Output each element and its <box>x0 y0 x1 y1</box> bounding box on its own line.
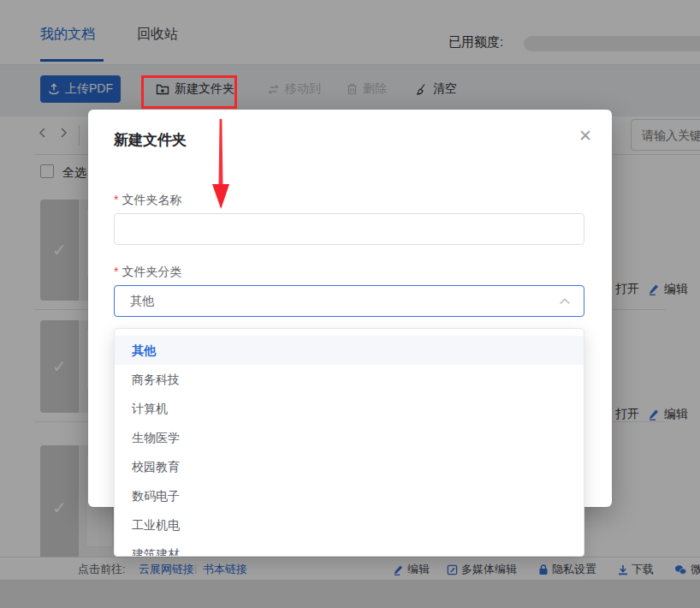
option-other[interactable]: 其他 <box>115 336 584 365</box>
option-industrial-machinery[interactable]: 工业机电 <box>115 510 584 539</box>
category-option-list: 其他 商务科技 计算机 生物医学 校园教育 数码电子 工业机电 建筑建材 <box>115 329 584 557</box>
option-computer[interactable]: 计算机 <box>115 394 584 423</box>
chevron-up-icon <box>559 298 571 305</box>
option-biomedical[interactable]: 生物医学 <box>115 423 584 452</box>
category-dropdown-panel: 其他 商务科技 计算机 生物医学 校园教育 数码电子 工业机电 建筑建材 <box>114 328 584 557</box>
close-icon[interactable]: ✕ <box>576 127 595 146</box>
category-selected-value: 其他 <box>130 294 154 309</box>
option-campus-education[interactable]: 校园教育 <box>115 452 584 481</box>
annotation-arrow-icon <box>208 119 235 213</box>
option-business-tech[interactable]: 商务科技 <box>115 365 584 394</box>
option-construction-materials[interactable]: 建筑建材 <box>115 539 584 557</box>
folder-category-select[interactable]: 其他 <box>114 285 584 317</box>
option-digital-electronics[interactable]: 数码电子 <box>115 481 584 510</box>
folder-name-label: *文件夹名称 <box>114 193 181 208</box>
dialog-title: 新建文件夹 <box>114 130 187 150</box>
folder-name-input[interactable] <box>114 213 584 245</box>
app-viewport: 我的文档 回收站 已用额度: 上传PDF 新建文件夹 <box>0 0 700 608</box>
folder-category-label: *文件夹分类 <box>114 265 181 280</box>
required-asterisk: * <box>114 265 118 278</box>
annotation-highlight-box <box>141 75 237 109</box>
required-asterisk: * <box>114 193 118 206</box>
